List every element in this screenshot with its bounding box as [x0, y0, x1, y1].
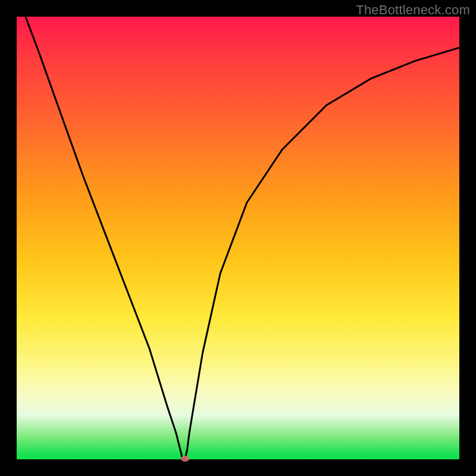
bottleneck-curve — [26, 17, 459, 459]
plot-area — [17, 17, 459, 459]
curve-layer — [17, 17, 459, 459]
chart-frame — [17, 17, 459, 459]
watermark-text: TheBottleneck.com — [356, 2, 470, 18]
optimum-marker — [181, 456, 189, 462]
